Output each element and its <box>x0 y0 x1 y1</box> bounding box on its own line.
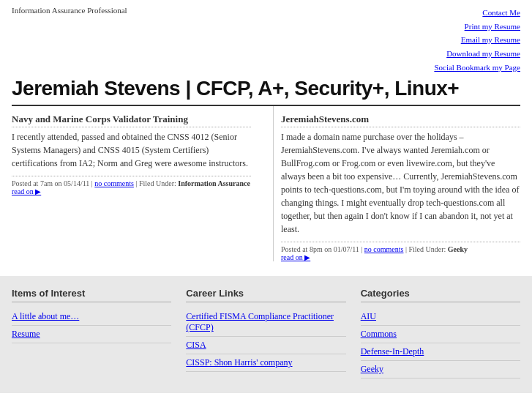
print-resume-link[interactable]: Print my Resume <box>434 20 520 34</box>
footer-list-interest: A little about me… Resume <box>12 308 171 343</box>
footer-heading-interest: Items of Interest <box>12 288 171 302</box>
post-title-1: Navy and Marine Corps Validator Training <box>12 113 251 127</box>
no-comments-2[interactable]: no comments <box>364 245 404 253</box>
category-2: Geeky <box>448 245 468 253</box>
footer-item-cissp[interactable]: CISSP: Shon Harris' company <box>186 354 345 372</box>
footer-item-geeky[interactable]: Geeky <box>361 361 520 379</box>
no-comments-1[interactable]: no comments <box>94 179 134 187</box>
category-1: Information Assurance <box>178 179 250 187</box>
profession-label: Information Assurance Professional <box>12 6 127 74</box>
read-on-2[interactable]: read on ▶ <box>281 253 310 261</box>
site-title-container: Jeremiah Stevens | CFCP, A+, Security+, … <box>12 77 520 106</box>
footer-list-categories: AIU Commons Defense-In-Depth Geeky <box>361 308 520 379</box>
contact-link[interactable]: Contact Me <box>434 6 520 20</box>
post-body-1: I recently attended, passed and obtained… <box>12 130 251 170</box>
right-column: JeremiahStevens.com I made a domain name… <box>273 106 520 261</box>
footer-col-interest: Items of Interest A little about me… Res… <box>12 288 171 379</box>
site-title: Jeremiah Stevens | CFCP, A+, Security+, … <box>12 77 520 100</box>
footer-item-defense[interactable]: Defense-In-Depth <box>361 343 520 361</box>
post-title-2: JeremiahStevens.com <box>281 113 520 127</box>
footer: Items of Interest A little about me… Res… <box>0 276 532 393</box>
footer-col-career: Career Links Certified FISMA Compliance … <box>186 288 345 379</box>
footer-item-cisa[interactable]: CISA <box>186 337 345 354</box>
footer-item-resume[interactable]: Resume <box>12 326 171 343</box>
footer-item-about[interactable]: A little about me… <box>12 308 171 326</box>
footer-item-commons[interactable]: Commons <box>361 326 520 343</box>
social-bookmark-link[interactable]: Social Bookmark my Page <box>434 61 520 75</box>
footer-heading-career: Career Links <box>186 288 345 302</box>
post-meta-2: Posted at 8pm on 01/07/11 | no comments … <box>281 242 520 261</box>
post-body-2: I made a domain name purchase over the h… <box>281 130 520 236</box>
footer-heading-categories: Categories <box>361 288 520 302</box>
read-on-1[interactable]: read on ▶ <box>12 187 41 195</box>
footer-item-aiu[interactable]: AIU <box>361 308 520 326</box>
footer-list-career: Certified FISMA Compliance Practitioner … <box>186 308 345 372</box>
email-resume-link[interactable]: Email my Resume <box>434 33 520 47</box>
top-links: Contact Me Print my Resume Email my Resu… <box>434 6 520 74</box>
left-column: Navy and Marine Corps Validator Training… <box>12 106 258 261</box>
post-meta-1: Posted at 7am on 05/14/11 | no comments … <box>12 176 251 195</box>
footer-item-cfcp[interactable]: Certified FISMA Compliance Practitioner … <box>186 308 345 337</box>
top-bar: Information Assurance Professional Conta… <box>0 0 532 77</box>
download-resume-link[interactable]: Download my Resume <box>434 47 520 61</box>
footer-col-categories: Categories AIU Commons Defense-In-Depth … <box>361 288 520 379</box>
profession-text: Information Assurance Professional <box>12 6 127 15</box>
main-content: Navy and Marine Corps Validator Training… <box>0 106 532 261</box>
footer-columns: Items of Interest A little about me… Res… <box>12 288 520 379</box>
